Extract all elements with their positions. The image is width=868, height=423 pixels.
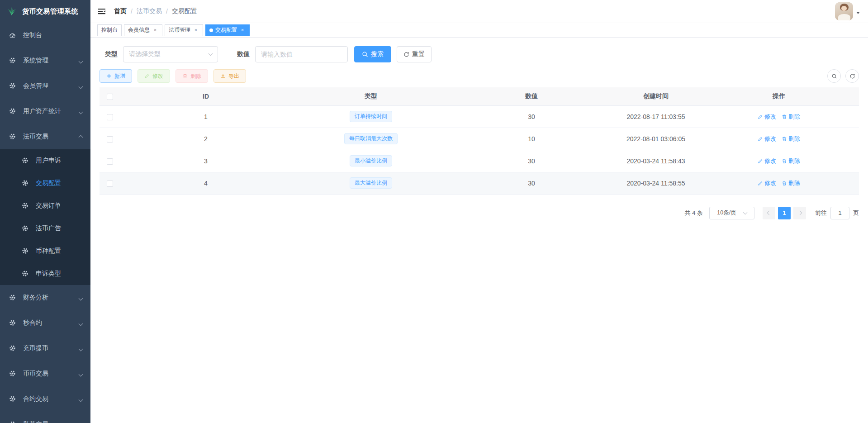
sidebar-item-财务分析[interactable]: 财务分析 [0, 285, 90, 310]
close-icon[interactable]: × [152, 27, 158, 33]
delete-button[interactable]: 删除 [175, 69, 208, 83]
table-row[interactable]: 2每日取消最大次数102022-08-01 03:06:05修改删除 [100, 128, 859, 150]
reset-button[interactable]: 重置 [397, 46, 432, 62]
chevron-up-icon [79, 133, 82, 140]
row-checkbox[interactable] [107, 158, 113, 165]
sidebar-item-秒合约[interactable]: 秒合约 [0, 310, 90, 336]
row-checkbox[interactable] [107, 181, 113, 187]
cell-value: 10 [450, 128, 613, 150]
breadcrumb-section: 法币交易 [137, 7, 162, 15]
chevron-down-icon [79, 421, 82, 423]
row-edit-link[interactable]: 修改 [758, 157, 776, 165]
trash-icon [182, 73, 188, 79]
breadcrumb: 首页 / 法币交易 / 交易配置 [114, 7, 197, 15]
cell-id: 4 [120, 172, 292, 194]
sidebar-item-系统管理[interactable]: 系统管理 [0, 48, 90, 73]
sidebar-subitem-交易配置[interactable]: 交易配置 [0, 172, 90, 195]
sidebar-subitem-申诉类型[interactable]: 申诉类型 [0, 262, 90, 285]
sidebar-item-用户资产统计[interactable]: 用户资产统计 [0, 99, 90, 124]
gear-icon [9, 370, 16, 377]
cell-created-time: 2020-03-24 11:58:43 [613, 150, 699, 172]
sidebar-item-私募交易[interactable]: 私募交易 [0, 412, 90, 423]
user-menu[interactable] [835, 2, 860, 20]
app-logo: 货币交易管理系统 [0, 0, 90, 23]
search-button[interactable]: 搜索 [354, 46, 391, 62]
tab-法币管理[interactable]: 法币管理× [165, 24, 203, 36]
sidebar-item-会员管理[interactable]: 会员管理 [0, 73, 90, 99]
select-all-checkbox[interactable] [107, 94, 113, 100]
search-icon [831, 73, 837, 79]
row-delete-link[interactable]: 删除 [782, 179, 800, 187]
table-row[interactable]: 3最小溢价比例302020-03-24 11:58:43修改删除 [100, 150, 859, 172]
type-select[interactable]: 请选择类型 [123, 46, 218, 62]
plus-icon [106, 73, 112, 79]
goto-page-input[interactable] [830, 207, 849, 219]
sidebar-item-label: 用户资产统计 [23, 107, 61, 115]
gear-icon [9, 345, 16, 352]
sidebar-item-合约交易[interactable]: 合约交易 [0, 386, 90, 412]
row-delete-link[interactable]: 删除 [782, 113, 800, 121]
type-tag: 订单持续时间 [350, 111, 392, 122]
close-icon[interactable]: × [193, 27, 199, 33]
gear-icon [9, 82, 16, 90]
sidebar-subitem-用户申诉[interactable]: 用户申诉 [0, 149, 90, 172]
sidebar-item-法币交易[interactable]: 法币交易 [0, 124, 90, 149]
pagination: 共 4 条 10条/页 1 前往 页 [100, 207, 859, 219]
edit-button[interactable]: 修改 [138, 69, 170, 83]
sidebar-item-充币提币[interactable]: 充币提币 [0, 336, 90, 361]
goto-label: 前往 [815, 209, 827, 217]
pagination-total: 共 4 条 [685, 209, 703, 217]
type-tag: 每日取消最大次数 [344, 133, 398, 144]
main-area: 首页 / 法币交易 / 交易配置 控制台会员信息×法币管理×交易配置× 类型 请… [90, 0, 868, 423]
plant-logo-icon [6, 5, 18, 17]
row-delete-link[interactable]: 删除 [782, 135, 800, 143]
page-number-current[interactable]: 1 [778, 207, 791, 219]
value-input[interactable] [255, 46, 348, 62]
table-row[interactable]: 1订单持续时间302022-08-17 11:03:55修改删除 [100, 105, 859, 128]
gear-icon [9, 108, 16, 115]
type-tag: 最小溢价比例 [350, 155, 392, 166]
caret-down-icon [856, 12, 860, 14]
gear-icon [9, 57, 16, 64]
config-table: ID 类型 数值 创建时间 操作 1订单持续时间302022-08-17 11:… [100, 87, 859, 195]
sidebar-subitem-交易订单[interactable]: 交易订单 [0, 195, 90, 217]
row-edit-link[interactable]: 修改 [758, 179, 776, 187]
row-delete-link[interactable]: 删除 [782, 157, 800, 165]
sidebar-item-label: 会员管理 [23, 82, 48, 90]
prev-page-button[interactable] [763, 207, 775, 219]
gear-icon [9, 421, 16, 423]
app-title: 货币交易管理系统 [22, 7, 78, 16]
export-button[interactable]: 导出 [213, 69, 246, 83]
filter-form: 类型 请选择类型 数值 搜索 [100, 46, 859, 62]
breadcrumb-current: 交易配置 [172, 7, 197, 15]
col-header-type: 类型 [292, 87, 450, 105]
page-size-select[interactable]: 10条/页 [709, 207, 754, 219]
tab-会员信息[interactable]: 会员信息× [124, 24, 162, 36]
avatar[interactable] [835, 2, 853, 20]
gear-icon [22, 180, 29, 187]
row-checkbox[interactable] [107, 136, 113, 143]
row-checkbox[interactable] [107, 114, 113, 120]
table-row[interactable]: 4最大溢价比例302020-03-24 11:58:55修改删除 [100, 172, 859, 194]
tab-交易配置[interactable]: 交易配置× [205, 24, 250, 36]
hamburger-icon[interactable] [97, 7, 106, 16]
breadcrumb-home[interactable]: 首页 [114, 7, 127, 15]
sidebar-subitem-法币广告[interactable]: 法币广告 [0, 217, 90, 240]
sidebar-item-币币交易[interactable]: 币币交易 [0, 361, 90, 386]
gear-icon [22, 247, 29, 255]
refresh-table-button[interactable] [845, 69, 859, 83]
breadcrumb-separator: / [166, 8, 168, 15]
page-content: 类型 请选择类型 数值 搜索 [90, 38, 868, 423]
row-edit-link[interactable]: 修改 [758, 135, 776, 143]
sidebar-item-label: 控制台 [23, 31, 42, 39]
show-search-button[interactable] [827, 69, 841, 83]
row-edit-link[interactable]: 修改 [758, 113, 776, 121]
close-icon[interactable]: × [239, 27, 246, 33]
tab-label: 会员信息 [128, 26, 150, 34]
sidebar-subitem-币种配置[interactable]: 币种配置 [0, 240, 90, 262]
next-page-button[interactable] [793, 207, 806, 219]
add-button[interactable]: 新增 [100, 69, 132, 83]
tab-控制台[interactable]: 控制台 [97, 24, 122, 36]
top-navbar: 首页 / 法币交易 / 交易配置 [90, 0, 868, 23]
sidebar-item-控制台[interactable]: 控制台 [0, 23, 90, 48]
